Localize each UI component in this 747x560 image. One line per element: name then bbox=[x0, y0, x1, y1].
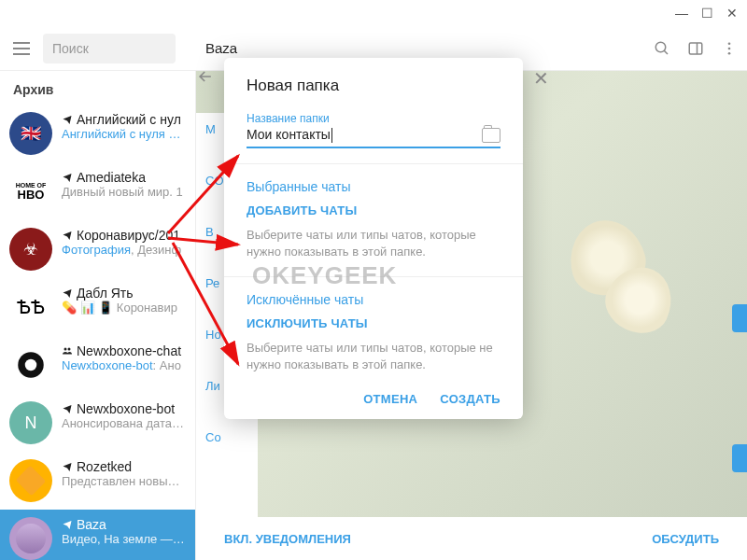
more-options-icon[interactable] bbox=[721, 40, 738, 57]
chat-footer: ВКЛ. УВЕДОМЛЕНИЯ ОБСУДИТЬ bbox=[196, 517, 747, 560]
current-chat-title: Baza bbox=[185, 40, 644, 56]
search-icon[interactable] bbox=[654, 40, 670, 57]
close-window-button[interactable]: ✕ bbox=[726, 6, 738, 21]
svg-point-5 bbox=[728, 47, 731, 49]
chat-list-item[interactable]: HOME OFHBO Amediateka Дивный новый мир. … bbox=[0, 162, 195, 220]
svg-point-0 bbox=[655, 42, 666, 52]
chat-list-item[interactable]: Baza Видео, На земле — мощная bbox=[0, 510, 195, 560]
chat-preview: Представлен новый M bbox=[62, 474, 186, 488]
svg-line-1 bbox=[664, 50, 668, 54]
svg-point-6 bbox=[728, 51, 731, 54]
strip-item: М bbox=[205, 122, 248, 136]
maximize-button[interactable]: ☐ bbox=[701, 6, 713, 21]
chat-name: Newxboxone-bot bbox=[62, 401, 186, 416]
chat-avatar bbox=[9, 517, 52, 560]
discuss-button[interactable]: ОБСУДИТЬ bbox=[652, 532, 719, 546]
strip-item: Co bbox=[205, 430, 248, 444]
chat-name: Baza bbox=[62, 517, 186, 532]
chat-name: Дабл Ять bbox=[62, 286, 186, 301]
chat-avatar bbox=[9, 459, 52, 502]
strip-item: Ли bbox=[205, 379, 248, 393]
sidebar-toggle-icon[interactable] bbox=[687, 40, 704, 57]
chat-preview: Анонсирована дата ко bbox=[62, 416, 186, 430]
chat-preview: Дивный новый мир. 1 bbox=[62, 185, 186, 199]
chat-name: Rozetked bbox=[62, 459, 186, 474]
chat-list-item[interactable]: 🇬🇧 Английский с нул Английский с нуля – … bbox=[0, 105, 195, 162]
hamburger-menu-icon[interactable] bbox=[9, 36, 34, 61]
chat-list-item[interactable]: ѢѢ Дабл Ять 💊 📊 📱 Коронавир bbox=[0, 278, 195, 336]
profile-strip: МCOВРеНоЛиCo bbox=[196, 113, 258, 517]
action-button-stub bbox=[732, 444, 747, 472]
minimize-button[interactable]: — bbox=[675, 6, 688, 21]
search-input[interactable]: Поиск bbox=[43, 34, 176, 63]
svg-rect-2 bbox=[689, 43, 702, 54]
strip-item: Ре bbox=[205, 276, 248, 290]
strip-item: В bbox=[205, 225, 248, 239]
chat-content-area: МCOВРеНоЛиCo ВКЛ. УВЕДОМЛЕНИЯ ОБСУДИТЬ bbox=[196, 71, 747, 560]
chat-avatar: ѢѢ bbox=[9, 286, 52, 329]
chat-avatar: 🇬🇧 bbox=[9, 112, 52, 155]
strip-item: CO bbox=[205, 174, 248, 188]
enable-notifications-button[interactable]: ВКЛ. УВЕДОМЛЕНИЯ bbox=[224, 532, 351, 546]
chat-avatar: ☣ bbox=[9, 228, 52, 271]
chat-preview: Newxboxone-bot: Ано bbox=[62, 358, 186, 372]
svg-point-10 bbox=[68, 348, 71, 351]
action-button-stub bbox=[732, 304, 747, 332]
chat-preview: Английский с нуля – У bbox=[62, 127, 186, 141]
strip-item: Но bbox=[205, 328, 248, 342]
chat-name: Newxboxone-chat bbox=[62, 343, 186, 358]
window-titlebar: — ☐ ✕ bbox=[0, 0, 747, 26]
chat-avatar: HOME OFHBO bbox=[9, 170, 52, 213]
chat-list-sidebar: Архив 🇬🇧 Английский с нул Английский с н… bbox=[0, 71, 196, 560]
chat-avatar: N bbox=[9, 401, 52, 444]
search-placeholder: Поиск bbox=[52, 41, 89, 56]
chat-name: Коронавирус/201 bbox=[62, 228, 186, 243]
chat-name: Amediateka bbox=[62, 170, 186, 185]
chat-preview: 💊 📊 📱 Коронавир bbox=[62, 301, 186, 315]
svg-point-8 bbox=[25, 359, 37, 371]
svg-point-4 bbox=[728, 42, 731, 45]
svg-point-9 bbox=[64, 348, 67, 351]
chat-list-item[interactable]: Rozetked Представлен новый M bbox=[0, 452, 195, 510]
chat-name: Английский с нул bbox=[62, 112, 186, 127]
chat-list-item[interactable]: N Newxboxone-bot Анонсирована дата ко bbox=[0, 394, 195, 452]
chat-list-item[interactable]: Newxboxone-chat Newxboxone-bot: Ано bbox=[0, 336, 195, 394]
archive-label[interactable]: Архив bbox=[0, 71, 195, 105]
app-header: Поиск Baza bbox=[0, 26, 747, 71]
chat-background bbox=[196, 71, 747, 560]
chat-preview: Видео, На земле — мощная bbox=[62, 532, 186, 546]
chat-avatar bbox=[9, 343, 52, 386]
chat-preview: Фотография, Дезинф bbox=[62, 243, 186, 257]
chat-list-item[interactable]: ☣ Коронавирус/201 Фотография, Дезинф bbox=[0, 220, 195, 278]
